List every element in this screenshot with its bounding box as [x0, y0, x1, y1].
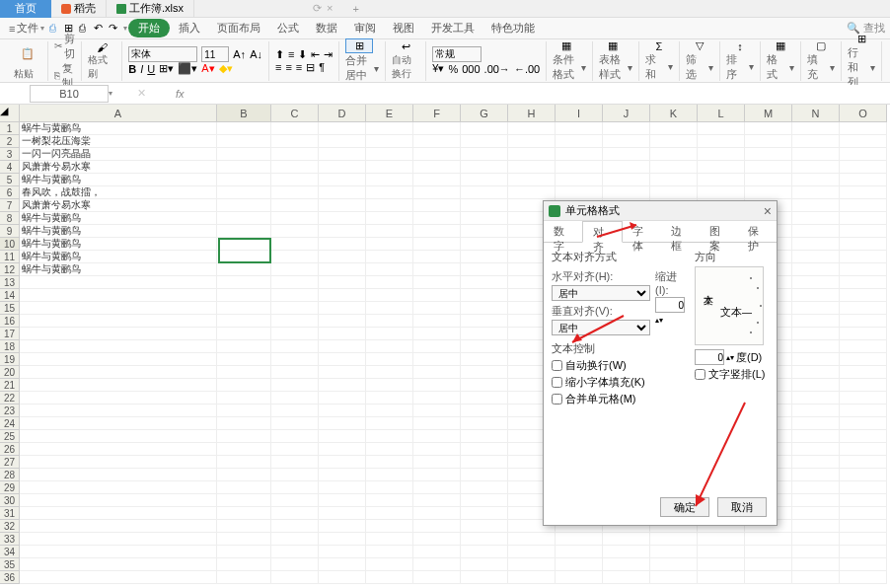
cell[interactable]: [271, 404, 319, 417]
cell[interactable]: [271, 533, 319, 546]
cell[interactable]: 春风吹，战鼓擂，: [20, 186, 217, 199]
cell[interactable]: [319, 481, 366, 494]
cell[interactable]: [840, 276, 887, 289]
merge-center-button[interactable]: ⊞: [345, 38, 373, 53]
cell[interactable]: [319, 404, 366, 417]
cell[interactable]: [271, 417, 319, 430]
indent-increase-icon[interactable]: ⇥: [324, 48, 333, 61]
cell[interactable]: [319, 212, 366, 225]
cell[interactable]: [271, 148, 319, 161]
cell[interactable]: [461, 533, 508, 546]
redo-icon[interactable]: ↷: [109, 22, 122, 36]
cell[interactable]: 蜗牛与黄鹂鸟: [20, 122, 217, 135]
cell[interactable]: [319, 340, 366, 353]
cell[interactable]: [217, 546, 271, 558]
cell[interactable]: [366, 469, 413, 481]
cell[interactable]: [366, 276, 413, 289]
cell[interactable]: [840, 443, 887, 456]
cell[interactable]: [413, 122, 461, 135]
cell[interactable]: [603, 558, 650, 571]
cell[interactable]: [20, 481, 217, 494]
wrap-text-button[interactable]: ↩: [392, 40, 419, 53]
cell[interactable]: [603, 161, 650, 174]
cell[interactable]: [217, 533, 271, 546]
cell[interactable]: [413, 379, 461, 392]
cell[interactable]: [840, 225, 887, 238]
cell[interactable]: [271, 276, 319, 289]
col-header-G[interactable]: G: [461, 105, 508, 122]
cell[interactable]: [217, 122, 271, 135]
cell[interactable]: [319, 276, 366, 289]
cell[interactable]: [217, 276, 271, 289]
cell[interactable]: [556, 122, 603, 135]
cell[interactable]: [556, 186, 603, 199]
cell[interactable]: [271, 199, 319, 212]
row-header[interactable]: 28: [0, 469, 20, 481]
merge-across-icon[interactable]: ⊟: [306, 61, 315, 74]
cell[interactable]: [840, 238, 887, 251]
cell[interactable]: [508, 122, 556, 135]
sort-button[interactable]: ↕: [726, 40, 754, 52]
cell[interactable]: [319, 456, 366, 469]
menu-insert[interactable]: 插入: [171, 18, 208, 38]
cell[interactable]: [271, 186, 319, 199]
cell[interactable]: [745, 186, 792, 199]
cell[interactable]: [792, 533, 840, 546]
rtl-icon[interactable]: ¶: [319, 61, 325, 73]
cell[interactable]: [319, 430, 366, 443]
cell[interactable]: [840, 456, 887, 469]
cell[interactable]: [650, 122, 698, 135]
cell[interactable]: [650, 135, 698, 148]
row-header[interactable]: 29: [0, 481, 20, 494]
cell[interactable]: [461, 148, 508, 161]
cell[interactable]: [603, 135, 650, 148]
cell[interactable]: [366, 289, 413, 302]
cell[interactable]: [792, 392, 840, 404]
cell[interactable]: [698, 533, 745, 546]
cell[interactable]: [650, 558, 698, 571]
cell[interactable]: [650, 174, 698, 186]
comma-icon[interactable]: 000: [462, 63, 480, 75]
cell[interactable]: [217, 353, 271, 366]
format-painter-button[interactable]: 🖌: [88, 41, 115, 53]
cell[interactable]: [461, 186, 508, 199]
cell[interactable]: [792, 122, 840, 135]
cell[interactable]: [413, 469, 461, 481]
cell[interactable]: [792, 430, 840, 443]
cell[interactable]: [556, 161, 603, 174]
cell[interactable]: [20, 494, 217, 507]
shrink-fit-checkbox[interactable]: [552, 377, 562, 388]
wrap-text-checkbox[interactable]: [552, 360, 562, 371]
border-button[interactable]: ⊞▾: [159, 62, 174, 75]
col-header-E[interactable]: E: [366, 105, 413, 122]
cell[interactable]: [413, 533, 461, 546]
cell[interactable]: [840, 404, 887, 417]
underline-button[interactable]: U: [147, 63, 155, 75]
percent-icon[interactable]: %: [448, 63, 458, 75]
cell[interactable]: 一树梨花压海棠: [20, 135, 217, 148]
cell[interactable]: [413, 417, 461, 430]
cell[interactable]: [413, 494, 461, 507]
cell[interactable]: [20, 289, 217, 302]
cell[interactable]: [792, 328, 840, 340]
row-header[interactable]: 13: [0, 276, 20, 289]
cell[interactable]: [217, 148, 271, 161]
cell[interactable]: [461, 289, 508, 302]
cell[interactable]: [840, 161, 887, 174]
cell[interactable]: [413, 263, 461, 276]
cell[interactable]: [217, 571, 271, 584]
cell[interactable]: [271, 353, 319, 366]
cell[interactable]: [840, 494, 887, 507]
cell[interactable]: [413, 135, 461, 148]
cell[interactable]: [792, 186, 840, 199]
cell[interactable]: [319, 174, 366, 186]
cell[interactable]: [745, 148, 792, 161]
cell[interactable]: [20, 392, 217, 404]
cell[interactable]: [840, 122, 887, 135]
cell[interactable]: [792, 379, 840, 392]
row-header[interactable]: 14: [0, 289, 20, 302]
cell[interactable]: [413, 289, 461, 302]
cell[interactable]: [271, 251, 319, 263]
menu-review[interactable]: 审阅: [346, 18, 384, 38]
cell[interactable]: [413, 353, 461, 366]
